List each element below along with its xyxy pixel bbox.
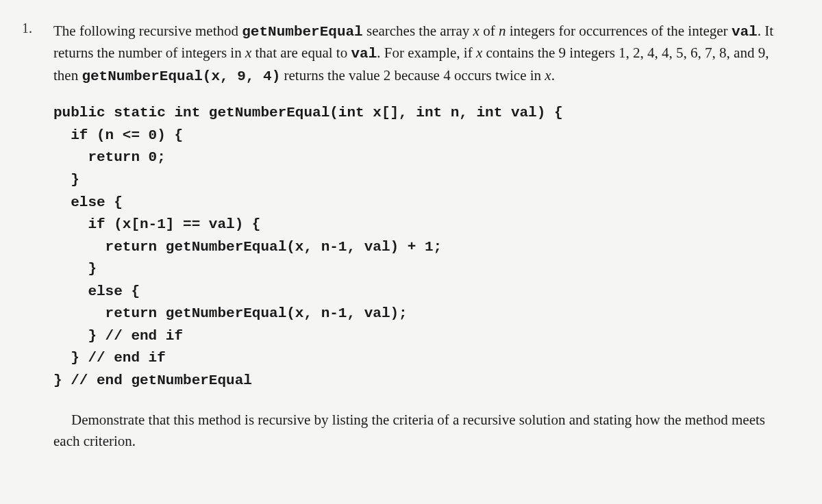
problem-number: 1. [22,21,32,36]
conclusion-paragraph: Demonstrate that this method is recursiv… [53,410,788,451]
code-block: public static int getNumberEqual(int x[]… [53,102,788,392]
page-content: 1. The following recursive method getNum… [27,21,788,451]
intro-paragraph: The following recursive method getNumber… [53,21,788,87]
